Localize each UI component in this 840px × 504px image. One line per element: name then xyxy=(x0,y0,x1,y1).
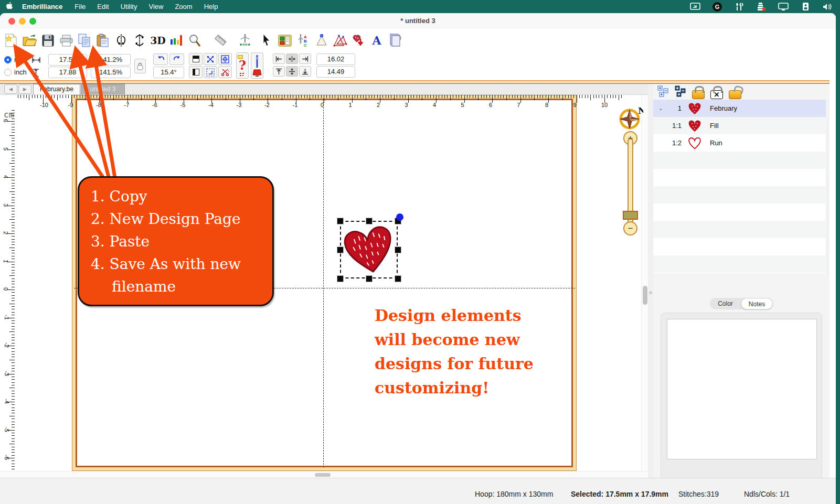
aspect-lock-button[interactable] xyxy=(134,59,146,73)
menu-app-name[interactable]: Embrilliance xyxy=(16,3,69,10)
object-list-scrollbar[interactable] xyxy=(826,100,830,273)
menu-utility[interactable]: Utility xyxy=(115,3,143,10)
text-tool-icon[interactable]: A xyxy=(369,32,385,49)
logitech-g-icon[interactable]: G xyxy=(712,3,722,11)
trim-scissors-icon[interactable] xyxy=(218,66,232,78)
panel-splitter[interactable] xyxy=(648,84,653,478)
zoom-out-button[interactable]: − xyxy=(623,221,637,235)
flip-vertical-icon[interactable] xyxy=(132,32,147,49)
volume-icon[interactable] xyxy=(822,3,833,11)
selection-handle-n[interactable] xyxy=(366,218,373,224)
selection-box[interactable] xyxy=(340,221,398,278)
height-percent-field[interactable]: 141.5% xyxy=(91,67,131,78)
menu-help[interactable]: Help xyxy=(198,3,224,10)
lettering-icon[interactable]: ABC xyxy=(295,32,311,49)
menu-file[interactable]: File xyxy=(69,3,91,10)
object-row[interactable]: 1:1 Fill xyxy=(653,117,826,134)
selection-handle-e[interactable] xyxy=(395,246,401,253)
merge-design-icon[interactable] xyxy=(350,32,366,49)
battery-icon[interactable] xyxy=(800,3,811,11)
dock-connect-icon[interactable] xyxy=(756,3,767,11)
h-ruler-label: 7 xyxy=(517,102,520,108)
display-icon[interactable] xyxy=(778,3,789,11)
properties-icon[interactable] xyxy=(277,32,293,49)
pos-x-field[interactable]: 16.02 xyxy=(316,53,355,65)
paste-icon[interactable] xyxy=(95,32,111,49)
mesh-edit-icon[interactable] xyxy=(332,32,348,49)
align-center-v-icon[interactable] xyxy=(286,66,298,77)
object-row[interactable]: ⌄1 February xyxy=(653,100,826,117)
align-left-icon[interactable] xyxy=(273,53,285,64)
select-arrow-icon[interactable] xyxy=(259,32,274,49)
rotation-field[interactable]: 15.4° xyxy=(153,67,184,78)
density-chart-icon[interactable] xyxy=(168,32,184,49)
contrast-left-icon[interactable] xyxy=(189,66,203,78)
sew-machine-icon[interactable] xyxy=(251,52,263,79)
expander-chevron-icon[interactable]: ⌄ xyxy=(658,105,666,111)
width-field[interactable]: 17.50 xyxy=(48,54,87,66)
apple-menu[interactable] xyxy=(0,2,16,12)
screen-mirroring-icon[interactable] xyxy=(690,3,700,11)
h-ruler-label: 2 xyxy=(377,102,380,108)
align-right-icon[interactable] xyxy=(299,53,311,64)
selection-handle-nw[interactable] xyxy=(337,218,344,224)
new-document-icon[interactable] xyxy=(3,32,19,49)
height-field[interactable]: 17.88 xyxy=(48,67,87,78)
h-ruler-label: -10 xyxy=(40,102,48,108)
selection-handle-s[interactable] xyxy=(366,275,373,282)
selection-handle-w[interactable] xyxy=(337,246,344,253)
tools-icon[interactable] xyxy=(734,3,745,11)
stitch-simulator-icon[interactable] xyxy=(237,32,253,49)
menu-zoom[interactable]: Zoom xyxy=(169,3,198,10)
stitch-order-icon[interactable] xyxy=(204,66,217,78)
tab-february-be[interactable]: February.be xyxy=(33,84,80,94)
lock-icon[interactable] xyxy=(692,90,705,99)
object-row-empty xyxy=(653,203,826,221)
contrast-top-icon[interactable] xyxy=(189,53,203,65)
measure-icon[interactable] xyxy=(212,32,228,49)
mirror-merge-icon[interactable] xyxy=(204,53,217,65)
lock-selected-icon[interactable] xyxy=(710,90,723,99)
pos-y-field[interactable]: 14.49 xyxy=(316,66,355,78)
collapse-all-icon[interactable] xyxy=(675,85,686,99)
tab-notes[interactable]: Notes xyxy=(741,298,773,309)
object-row[interactable]: 1:2 Run xyxy=(653,134,826,152)
unlock-icon[interactable] xyxy=(729,90,741,99)
center-design-icon[interactable] xyxy=(218,53,232,65)
unit-mm-radio[interactable]: mm xyxy=(4,56,26,63)
zoom-slider-handle[interactable] xyxy=(623,211,638,220)
zoom-icon[interactable] xyxy=(187,32,203,49)
stitch-edit-icon[interactable] xyxy=(314,32,329,49)
width-percent-field[interactable]: 141.2% xyxy=(91,54,131,66)
align-bottom-icon[interactable] xyxy=(299,66,311,77)
save-icon[interactable] xyxy=(40,32,56,49)
menu-edit[interactable]: Edit xyxy=(91,3,114,10)
selection-handle-se[interactable] xyxy=(395,275,401,282)
rotate-cw-button[interactable] xyxy=(169,53,184,65)
three-d-icon[interactable]: 3D xyxy=(150,32,166,49)
menu-view[interactable]: View xyxy=(143,3,169,10)
copy-icon[interactable] xyxy=(77,32,92,49)
notes-textarea[interactable] xyxy=(667,319,817,459)
print-icon[interactable] xyxy=(58,32,74,49)
notes-icon[interactable] xyxy=(387,32,403,49)
tab-scroll-left-button[interactable]: ◀ xyxy=(4,84,17,94)
tab-untitled-3[interactable]: untitled 3 xyxy=(81,84,125,94)
flip-horizontal-icon[interactable] xyxy=(113,32,129,49)
tab-color[interactable]: Color xyxy=(710,298,741,309)
rotate-ccw-button[interactable] xyxy=(153,53,168,65)
help-stitch-icon[interactable]: ? xyxy=(236,52,249,79)
open-icon[interactable] xyxy=(22,32,37,49)
vertical-scroll-thumb[interactable] xyxy=(643,286,647,305)
horizontal-scroll-thumb[interactable] xyxy=(315,473,331,477)
tab-scroll-right-button[interactable]: ▶ xyxy=(18,84,31,94)
expand-all-icon[interactable] xyxy=(657,85,669,99)
v-ruler-label: -1 xyxy=(4,315,10,320)
align-center-h-icon[interactable] xyxy=(286,53,298,64)
align-top-icon[interactable] xyxy=(273,66,285,77)
rotation-handle[interactable] xyxy=(396,213,403,221)
canvas-horizontal-scrollbar[interactable] xyxy=(0,471,648,478)
selection-handle-sw[interactable] xyxy=(337,275,344,282)
unit-inch-radio[interactable]: inch xyxy=(4,68,27,76)
canvas-vertical-scrollbar[interactable] xyxy=(641,95,648,471)
